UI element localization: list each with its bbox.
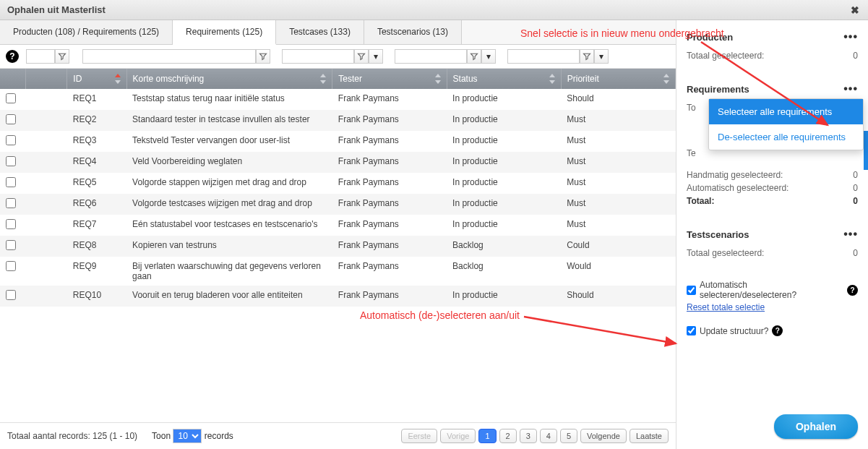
tab-producten[interactable]: Producten (108) / Requirements (125)	[0, 20, 173, 44]
cell-desc: Bij verlaten waarschuwing dat gegevens v…	[126, 257, 332, 286]
filter-status-dd[interactable]: ▾	[481, 49, 496, 64]
help-icon[interactable]: ?	[6, 50, 19, 63]
page-size-select[interactable]: 10	[173, 429, 202, 443]
filter-id-btn[interactable]	[55, 49, 69, 64]
pager-page-3[interactable]: 3	[520, 429, 537, 443]
page-size: Toon 10 records	[152, 429, 233, 443]
auto-select-help-icon[interactable]: ?	[847, 285, 858, 296]
row-checkbox[interactable]	[6, 156, 16, 166]
row-checkbox[interactable]	[6, 93, 16, 103]
tab-testscenarios[interactable]: Testscenarios (13)	[364, 20, 462, 44]
update-structure-checkbox[interactable]	[687, 326, 696, 335]
section-testscenarios: Testscenarios ••• Totaal geselecteerd: 0	[687, 228, 858, 260]
col-status[interactable]: Status	[447, 69, 561, 89]
filter-desc[interactable]	[82, 49, 256, 64]
filter-pri[interactable]	[507, 49, 580, 64]
row-checkbox[interactable]	[6, 290, 16, 300]
ts-selected-label: Totaal geselecteerd:	[687, 248, 764, 258]
col-pri[interactable]: Prioriteit	[561, 69, 675, 89]
filter-tester-dd[interactable]: ▾	[369, 49, 383, 64]
cell-id: REQ5	[67, 173, 126, 194]
pager-page-4[interactable]: 4	[540, 429, 557, 443]
tab-requirements[interactable]: Requirements (125)	[173, 20, 276, 45]
pager-last[interactable]: Laatste	[629, 429, 669, 443]
producten-selected-label: Totaal geselecteerd:	[687, 51, 764, 61]
pager-page-1[interactable]: 1	[478, 429, 496, 443]
table-row: REQ3Tekstveld Tester vervangen door user…	[0, 131, 676, 152]
row-checkbox[interactable]	[6, 177, 16, 187]
pager-page-2[interactable]: 2	[499, 429, 517, 443]
cell-status: In productie	[447, 110, 561, 131]
testscenarios-title: Testscenarios	[687, 229, 749, 240]
producten-menu-icon[interactable]: •••	[843, 30, 858, 43]
cell-status: In productie	[447, 173, 561, 194]
col-id[interactable]: ID	[67, 69, 126, 89]
menu-select-all-requirements[interactable]: Selecteer alle requirements	[709, 99, 863, 124]
dialog-titlebar: Ophalen uit Masterlist ✖	[0, 0, 868, 20]
update-structure-help-icon[interactable]: ?	[772, 325, 783, 336]
cell-id: REQ3	[67, 131, 126, 152]
row-checkbox[interactable]	[6, 261, 16, 271]
table-row: REQ8Kopieren van testrunsFrank PaymansBa…	[0, 236, 676, 257]
cell-pri: Should	[561, 286, 675, 307]
col-tester-label: Tester	[338, 74, 362, 84]
table-footer: Totaal aantal records: 125 (1 - 10) Toon…	[0, 422, 676, 449]
col-drag	[26, 69, 67, 89]
total-records: Totaal aantal records: 125 (1 - 10)	[7, 431, 137, 441]
pager-prev[interactable]: Vorige	[440, 429, 476, 443]
cell-desc: Eén statustabel voor testcases en testsc…	[126, 215, 332, 236]
table-row: REQ4Veld Voorbereiding weglatenFrank Pay…	[0, 152, 676, 173]
cell-pri: Should	[561, 89, 675, 110]
row-checkbox[interactable]	[6, 219, 16, 229]
col-id-label: ID	[73, 74, 82, 84]
row-checkbox[interactable]	[6, 198, 16, 208]
auto-select-checkbox[interactable]	[687, 286, 696, 295]
dialog-title: Ophalen uit Masterlist	[7, 4, 106, 15]
cell-id: REQ2	[67, 110, 126, 131]
table-row: REQ7Eén statustabel voor testcases en te…	[0, 215, 676, 236]
filter-desc-btn[interactable]	[256, 49, 270, 64]
filter-tester-btn[interactable]	[354, 49, 369, 64]
pager-next[interactable]: Volgende	[580, 429, 627, 443]
section-producten: Producten ••• Totaal geselecteerd: 0	[687, 30, 858, 62]
filter-id[interactable]	[26, 49, 55, 64]
cell-status: Backlog	[447, 236, 561, 257]
col-checkbox	[0, 69, 26, 89]
cell-tester: Frank Paymans	[332, 131, 447, 152]
row-checkbox[interactable]	[6, 135, 16, 145]
tab-testcases[interactable]: Testcases (133)	[276, 20, 364, 44]
reset-selection-link[interactable]: Reset totale selectie	[687, 302, 765, 312]
cell-status: In productie	[447, 89, 561, 110]
close-icon[interactable]: ✖	[849, 4, 861, 16]
col-desc[interactable]: Korte omschrijving	[126, 69, 332, 89]
cell-pri: Must	[561, 131, 675, 152]
cell-desc: Kopieren van testruns	[126, 236, 332, 257]
menu-deselect-all-requirements[interactable]: De-selecteer alle requirements	[709, 124, 863, 150]
update-structure-label: Update structuur?	[700, 326, 768, 336]
filter-status-btn[interactable]	[467, 49, 481, 64]
filter-pri-dd[interactable]: ▾	[594, 49, 609, 64]
table-row: REQ10Vooruit en terug bladeren voor alle…	[0, 286, 676, 307]
filter-status[interactable]	[395, 49, 467, 64]
cell-pri: Could	[561, 236, 675, 257]
row-checkbox[interactable]	[6, 240, 16, 250]
filter-tester[interactable]	[282, 49, 354, 64]
req-trunc2: Te	[687, 148, 696, 158]
testscenarios-menu-icon[interactable]: •••	[843, 228, 858, 241]
pager-page-5[interactable]: 5	[560, 429, 577, 443]
requirements-title: Requirements	[687, 84, 749, 95]
row-checkbox[interactable]	[6, 114, 16, 124]
col-status-label: Status	[453, 74, 478, 84]
requirements-menu-icon[interactable]: •••	[843, 82, 858, 95]
cell-tester: Frank Paymans	[332, 286, 447, 307]
ophalen-button[interactable]: Ophalen	[774, 414, 858, 439]
col-tester[interactable]: Tester	[332, 69, 447, 89]
requirements-table: ID Korte omschrijving Tester Status Prio…	[0, 69, 676, 307]
cell-id: REQ4	[67, 152, 126, 173]
pager: Eerste Vorige 1 2 3 4 5 Volgende Laatste	[401, 429, 669, 443]
filter-pri-btn[interactable]	[580, 49, 594, 64]
req-auto-label: Automatisch geselecteerd:	[687, 183, 788, 193]
pager-first[interactable]: Eerste	[401, 429, 437, 443]
cell-id: REQ8	[67, 236, 126, 257]
cell-desc: Teststap status terug naar initiële stat…	[126, 89, 332, 110]
